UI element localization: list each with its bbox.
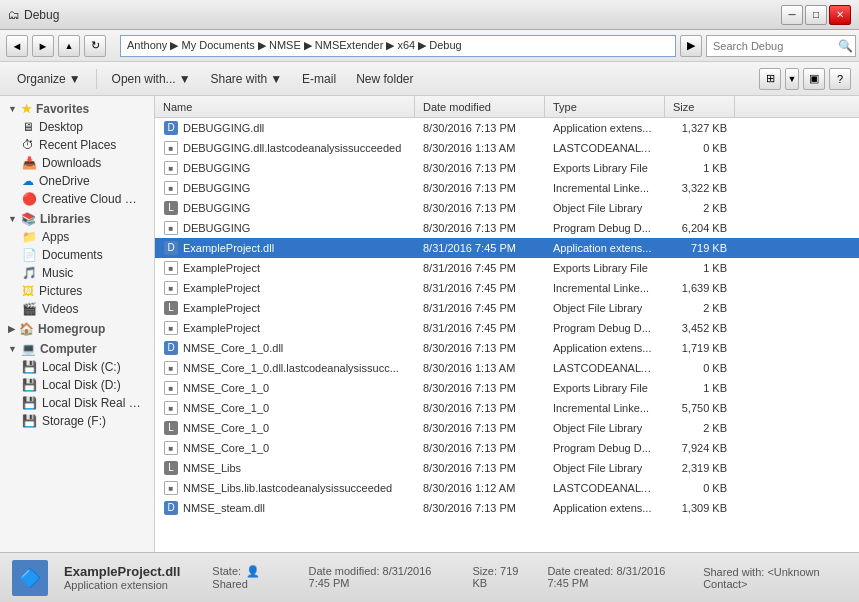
file-name-cell: ■ NMSE_Core_1_0	[155, 380, 415, 396]
address-input[interactable]	[120, 35, 676, 57]
file-date-cell: 8/31/2016 7:45 PM	[415, 322, 545, 334]
sidebar-item-local-disk-c[interactable]: 💾 Local Disk (C:)	[0, 358, 154, 376]
file-row[interactable]: ■ DEBUGGING 8/30/2016 7:13 PM Incrementa…	[155, 178, 859, 198]
file-name-cell: L NMSE_Core_1_0	[155, 420, 415, 436]
column-size[interactable]: Size	[665, 96, 735, 117]
file-row[interactable]: ■ DEBUGGING.dll.lastcodeanalysissucceede…	[155, 138, 859, 158]
file-name: NMSE_steam.dll	[183, 502, 265, 514]
file-row[interactable]: D ExampleProject.dll 8/31/2016 7:45 PM A…	[155, 238, 859, 258]
open-with-button[interactable]: Open with... ▼	[103, 66, 200, 92]
file-date-cell: 8/30/2016 7:13 PM	[415, 402, 545, 414]
sidebar-item-videos[interactable]: 🎬 Videos	[0, 300, 154, 318]
recent-places-icon: ⏱	[22, 138, 34, 152]
file-type-cell: Application extens...	[545, 502, 665, 514]
sidebar-item-recent-places[interactable]: ⏱ Recent Places	[0, 136, 154, 154]
file-row[interactable]: L NMSE_Core_1_0 8/30/2016 7:13 PM Object…	[155, 418, 859, 438]
favorites-collapse-icon: ▼	[8, 104, 17, 114]
column-name[interactable]: Name	[155, 96, 415, 117]
file-name-cell: ■ NMSE_Core_1_0	[155, 440, 415, 456]
view-options-button[interactable]: ⊞	[759, 68, 781, 90]
back-button[interactable]: ◄	[6, 35, 28, 57]
sidebar-item-apps[interactable]: 📁 Apps	[0, 228, 154, 246]
maximize-button[interactable]: □	[805, 5, 827, 25]
file-row[interactable]: ■ DEBUGGING 8/30/2016 7:13 PM Program De…	[155, 218, 859, 238]
sidebar-item-music[interactable]: 🎵 Music	[0, 264, 154, 282]
local-disk-c-icon: 💾	[22, 360, 37, 374]
sidebar-item-downloads[interactable]: 📥 Downloads	[0, 154, 154, 172]
sidebar-item-documents[interactable]: 📄 Documents	[0, 246, 154, 264]
file-row[interactable]: ■ ExampleProject 8/31/2016 7:45 PM Expor…	[155, 258, 859, 278]
file-date-cell: 8/31/2016 7:45 PM	[415, 302, 545, 314]
file-row[interactable]: ■ NMSE_Core_1_0.dll.lastcodeanalysissucc…	[155, 358, 859, 378]
file-row[interactable]: ■ ExampleProject 8/31/2016 7:45 PM Progr…	[155, 318, 859, 338]
close-button[interactable]: ✕	[829, 5, 851, 25]
share-with-button[interactable]: Share with ▼	[202, 66, 292, 92]
file-row[interactable]: ■ NMSE_Libs.lib.lastcodeanalysissucceede…	[155, 478, 859, 498]
sidebar-item-storage-f[interactable]: 💾 Storage (F:)	[0, 412, 154, 430]
file-size-cell: 0 KB	[665, 142, 735, 154]
libraries-icon: 📚	[21, 212, 36, 226]
status-date-modified: Date modified: 8/31/2016 7:45 PM	[309, 565, 453, 590]
favorites-label: Favorites	[36, 102, 89, 116]
file-type-cell: Incremental Linke...	[545, 402, 665, 414]
file-size-cell: 2 KB	[665, 202, 735, 214]
file-row[interactable]: L ExampleProject 8/31/2016 7:45 PM Objec…	[155, 298, 859, 318]
address-go-button[interactable]: ▶	[680, 35, 702, 57]
forward-button[interactable]: ►	[32, 35, 54, 57]
file-size-cell: 719 KB	[665, 242, 735, 254]
file-row[interactable]: L NMSE_Libs 8/30/2016 7:13 PM Object Fil…	[155, 458, 859, 478]
file-size-cell: 1 KB	[665, 162, 735, 174]
search-input[interactable]	[706, 35, 856, 57]
file-row[interactable]: D DEBUGGING.dll 8/30/2016 7:13 PM Applic…	[155, 118, 859, 138]
file-row[interactable]: D NMSE_Core_1_0.dll 8/30/2016 7:13 PM Ap…	[155, 338, 859, 358]
window-icon: 🗂	[8, 8, 20, 22]
favorites-header[interactable]: ▼ ★ Favorites	[0, 100, 154, 118]
file-row[interactable]: ■ NMSE_Core_1_0 8/30/2016 7:13 PM Progra…	[155, 438, 859, 458]
status-filename: ExampleProject.dll	[64, 564, 180, 579]
sidebar-item-onedrive[interactable]: ☁ OneDrive	[0, 172, 154, 190]
file-row[interactable]: ■ NMSE_Core_1_0 8/30/2016 7:13 PM Increm…	[155, 398, 859, 418]
sidebar-item-desktop[interactable]: 🖥 Desktop	[0, 118, 154, 136]
file-row[interactable]: ■ ExampleProject 8/31/2016 7:45 PM Incre…	[155, 278, 859, 298]
sidebar-item-pictures[interactable]: 🖼 Pictures	[0, 282, 154, 300]
file-row[interactable]: L DEBUGGING 8/30/2016 7:13 PM Object Fil…	[155, 198, 859, 218]
status-bar: 🔷 ExampleProject.dll Application extensi…	[0, 552, 859, 602]
organize-arrow: ▼	[69, 72, 81, 86]
refresh-button[interactable]: ↻	[84, 35, 106, 57]
homegroup-header[interactable]: ▶ 🏠 Homegroup	[0, 320, 154, 338]
help-button[interactable]: ?	[829, 68, 851, 90]
minimize-button[interactable]: ─	[781, 5, 803, 25]
file-name: DEBUGGING	[183, 222, 250, 234]
downloads-label: Downloads	[42, 156, 101, 170]
up-button[interactable]: ▲	[58, 35, 80, 57]
computer-header[interactable]: ▼ 💻 Computer	[0, 340, 154, 358]
sidebar-item-local-disk-d[interactable]: 💾 Local Disk (D:)	[0, 376, 154, 394]
view-arrow-button[interactable]: ▼	[785, 68, 799, 90]
organize-button[interactable]: Organize ▼	[8, 66, 90, 92]
file-date-cell: 8/30/2016 7:13 PM	[415, 202, 545, 214]
email-button[interactable]: E-mail	[293, 66, 345, 92]
creative-cloud-icon: 🔴	[22, 192, 37, 206]
file-icon: ■	[163, 380, 179, 396]
file-icon: ■	[163, 320, 179, 336]
libraries-label: Libraries	[40, 212, 91, 226]
libraries-header[interactable]: ▼ 📚 Libraries	[0, 210, 154, 228]
file-row[interactable]: ■ NMSE_Core_1_0 8/30/2016 7:13 PM Export…	[155, 378, 859, 398]
address-bar: ◄ ► ▲ ↻ ▶ 🔍	[0, 30, 859, 62]
file-size-cell: 7,924 KB	[665, 442, 735, 454]
new-folder-button[interactable]: New folder	[347, 66, 422, 92]
sidebar-item-local-disk-real[interactable]: 💾 Local Disk Real (E...	[0, 394, 154, 412]
column-date-modified[interactable]: Date modified	[415, 96, 545, 117]
file-row[interactable]: ■ DEBUGGING 8/30/2016 7:13 PM Exports Li…	[155, 158, 859, 178]
file-name-cell: L NMSE_Libs	[155, 460, 415, 476]
file-size-cell: 2 KB	[665, 302, 735, 314]
file-list: Name Date modified Type Size D DEBUGGING…	[155, 96, 859, 552]
preview-pane-button[interactable]: ▣	[803, 68, 825, 90]
file-name: ExampleProject	[183, 262, 260, 274]
file-size-cell: 6,204 KB	[665, 222, 735, 234]
column-type[interactable]: Type	[545, 96, 665, 117]
file-row[interactable]: D NMSE_steam.dll 8/30/2016 7:13 PM Appli…	[155, 498, 859, 518]
file-icon: D	[163, 340, 179, 356]
sidebar-item-creative-cloud[interactable]: 🔴 Creative Cloud Fi...	[0, 190, 154, 208]
file-icon: ■	[163, 400, 179, 416]
